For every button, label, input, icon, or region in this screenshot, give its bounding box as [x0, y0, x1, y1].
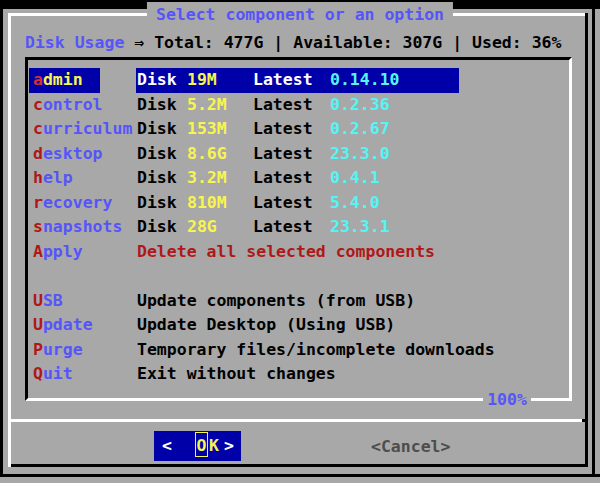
menu-item-tag: Quit — [33, 362, 73, 387]
disk-size: 810M — [187, 191, 227, 216]
latest-version: 5.4.0 — [330, 191, 380, 216]
dialog-corner-bottom-left — [8, 464, 11, 467]
tag-hotkey-letter: r — [33, 193, 43, 212]
disk-size: 8.6G — [187, 142, 227, 167]
menu-item-row[interactable]: curriculumDisk153MLatest0.2.67 — [28, 117, 569, 142]
menu-item-row[interactable]: desktopDisk8.6GLatest23.3.0 — [28, 142, 569, 167]
tag-rest: ontrol — [43, 95, 103, 114]
menu-item-row[interactable]: ApplyDelete all selected components — [28, 240, 569, 265]
disk-size: 5.2M — [187, 93, 227, 118]
tag-hotkey-letter: h — [33, 168, 43, 187]
item-description: Update components (from USB) — [137, 289, 415, 314]
latest-version: 0.2.36 — [330, 93, 390, 118]
menu-item-row[interactable]: recoveryDisk810MLatest5.4.0 — [28, 191, 569, 216]
menu-item-tag: admin — [33, 68, 83, 93]
tag-rest: elp — [43, 168, 73, 187]
latest-version: 23.3.0 — [330, 142, 390, 167]
menu-listbox: adminDisk19MLatest0.14.10controlDisk5.2M… — [25, 57, 572, 401]
disk-label: Disk — [137, 68, 177, 93]
tag-rest: napshots — [43, 217, 122, 236]
latest-label: Latest — [253, 142, 313, 167]
item-description: Exit without changes — [137, 362, 336, 387]
latest-version: 0.2.67 — [330, 117, 390, 142]
menu-item-row[interactable]: PurgeTemporary files/incomplete download… — [28, 338, 569, 363]
menu-item-tag: recovery — [33, 191, 112, 216]
menu-item-tag: Apply — [33, 240, 83, 265]
menu-item-row[interactable]: QuitExit without changes — [28, 362, 569, 387]
tag-hotkey-letter: d — [33, 144, 43, 163]
tag-hotkey-letter: c — [33, 119, 43, 138]
ok-label-rest: K — [209, 433, 219, 459]
menu-item-tag: control — [33, 93, 103, 118]
tag-hotkey-letter: U — [33, 291, 43, 310]
tag-rest: urriculum — [43, 119, 132, 138]
dialog-border-right — [585, 13, 588, 467]
dialog-title: Select component or an option — [147, 2, 453, 27]
disk-usage-text — [124, 33, 134, 52]
disk-size: 28G — [187, 215, 217, 240]
menu-item-row[interactable]: controlDisk5.2MLatest0.2.36 — [28, 93, 569, 118]
menu-item-tag: USB — [33, 289, 63, 314]
terminal-screen: Select component or an option Disk Usage… — [0, 0, 600, 483]
ok-cursor-char: O — [195, 432, 208, 457]
tag-rest: pdate — [43, 315, 93, 334]
menu-spacer-row — [28, 264, 569, 289]
tag-rest: dmin — [43, 70, 83, 89]
menu-item-row[interactable]: adminDisk19MLatest0.14.10 — [28, 68, 569, 93]
tag-rest: pply — [43, 242, 83, 261]
tag-hotkey-letter: c — [33, 95, 43, 114]
scroll-percentage: 100% — [483, 388, 531, 412]
tag-hotkey-letter: P — [33, 340, 43, 359]
item-description: Temporary files/incomplete downloads — [137, 338, 495, 363]
latest-version: 0.14.10 — [330, 68, 400, 93]
menu-item-tag: snapshots — [33, 215, 122, 240]
disk-size: 3.2M — [187, 166, 227, 191]
menu-item-tag: Purge — [33, 338, 83, 363]
menu-item-tag: desktop — [33, 142, 103, 167]
menu-item-row[interactable]: snapshotsDisk28GLatest23.3.1 — [28, 215, 569, 240]
ok-left-arrow: < — [162, 433, 172, 459]
dialog-border-left — [8, 13, 11, 467]
tag-rest: ecovery — [43, 193, 113, 212]
disk-label: Disk — [137, 117, 177, 142]
disk-label: Disk — [137, 215, 177, 240]
latest-version: 23.3.1 — [330, 215, 390, 240]
latest-version: 0.4.1 — [330, 166, 380, 191]
item-description: Delete all selected components — [137, 240, 435, 265]
tag-hotkey-letter: A — [33, 242, 43, 261]
menu-item-tag: help — [33, 166, 73, 191]
button-separator-end — [582, 419, 588, 422]
ok-right-arrow: > — [224, 433, 234, 459]
menu-item-tag: Update — [33, 313, 93, 338]
tag-rest: urge — [43, 340, 83, 359]
tag-rest: esktop — [43, 144, 103, 163]
disk-label: Disk — [137, 93, 177, 118]
screen-frame-right — [592, 9, 595, 477]
latest-label: Latest — [253, 68, 313, 93]
menu-item-row[interactable]: helpDisk3.2MLatest0.4.1 — [28, 166, 569, 191]
dialog-border-bottom — [11, 464, 588, 467]
ok-button[interactable]: < O K > — [154, 431, 241, 461]
latest-label: Latest — [253, 117, 313, 142]
disk-size: 153M — [187, 117, 227, 142]
tag-hotkey-letter: s — [33, 217, 43, 236]
disk-label: Disk — [137, 166, 177, 191]
cancel-button[interactable]: <Cancel> — [371, 434, 463, 459]
menu-item-row[interactable]: UpdateUpdate Desktop (Using USB) — [28, 313, 569, 338]
tag-rest: SB — [43, 291, 63, 310]
disk-usage-label: Disk Usage — [25, 33, 124, 52]
disk-label: Disk — [137, 191, 177, 216]
menu-rows: adminDisk19MLatest0.14.10controlDisk5.2M… — [28, 60, 569, 387]
menu-item-row[interactable]: USBUpdate components (from USB) — [28, 289, 569, 314]
disk-label: Disk — [137, 142, 177, 167]
screen-frame-left — [0, 9, 3, 477]
menu-item-tag: curriculum — [33, 117, 132, 142]
latest-label: Latest — [253, 215, 313, 240]
tag-hotkey-letter: a — [33, 70, 43, 89]
latest-label: Latest — [253, 93, 313, 118]
latest-label: Latest — [253, 191, 313, 216]
item-description: Update Desktop (Using USB) — [137, 313, 395, 338]
tag-hotkey-letter: U — [33, 315, 43, 334]
button-separator-line — [11, 419, 582, 422]
latest-label: Latest — [253, 166, 313, 191]
